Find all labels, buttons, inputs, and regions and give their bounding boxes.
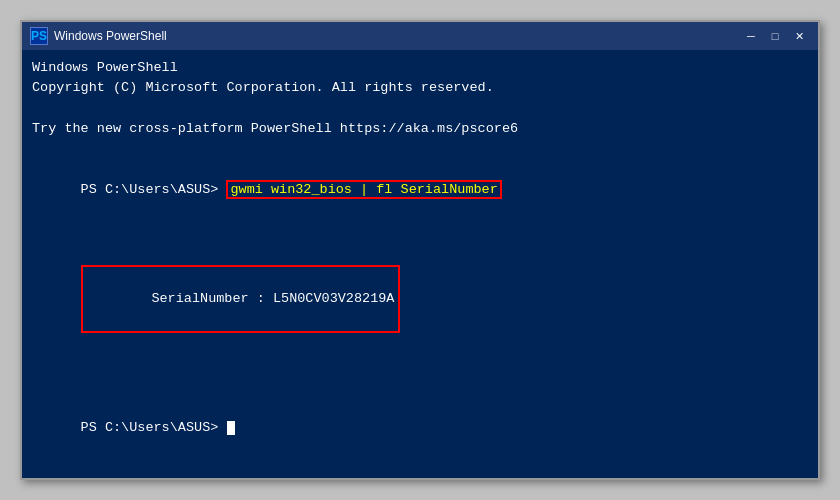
cursor bbox=[227, 421, 235, 435]
output-line-4: Try the new cross-platform PowerShell ht… bbox=[32, 119, 808, 139]
blank-line-2 bbox=[32, 358, 808, 378]
powershell-window: PS Windows PowerShell ─ □ ✕ Windows Powe… bbox=[20, 20, 820, 480]
output-line-1: Windows PowerShell bbox=[32, 58, 808, 78]
result-box: SerialNumber : L5N0CV03V28219A bbox=[81, 265, 401, 334]
prompt-1: PS C:\Users\ASUS> bbox=[81, 182, 227, 197]
titlebar-icon: PS bbox=[30, 27, 48, 45]
result-line: SerialNumber : L5N0CV03V28219A bbox=[32, 240, 808, 357]
command-text: gwmi win32_bios | fl SerialNumber bbox=[226, 180, 501, 199]
titlebar: PS Windows PowerShell ─ □ ✕ bbox=[22, 22, 818, 50]
close-button[interactable]: ✕ bbox=[788, 27, 810, 45]
titlebar-buttons: ─ □ ✕ bbox=[740, 27, 810, 45]
minimize-button[interactable]: ─ bbox=[740, 27, 762, 45]
blank-line-3 bbox=[32, 378, 808, 398]
maximize-button[interactable]: □ bbox=[764, 27, 786, 45]
output-line-5 bbox=[32, 139, 808, 159]
blank-line-1 bbox=[32, 220, 808, 240]
output-line-3 bbox=[32, 99, 808, 119]
titlebar-title: Windows PowerShell bbox=[54, 29, 734, 43]
output-line-2: Copyright (C) Microsoft Corporation. All… bbox=[32, 78, 808, 98]
terminal-area[interactable]: Windows PowerShell Copyright (C) Microso… bbox=[22, 50, 818, 478]
prompt-line-2: PS C:\Users\ASUS> bbox=[32, 398, 808, 459]
command-line: PS C:\Users\ASUS> gwmi win32_bios | fl S… bbox=[32, 159, 808, 220]
prompt-2: PS C:\Users\ASUS> bbox=[81, 420, 227, 435]
result-text: SerialNumber : L5N0CV03V28219A bbox=[151, 291, 394, 306]
